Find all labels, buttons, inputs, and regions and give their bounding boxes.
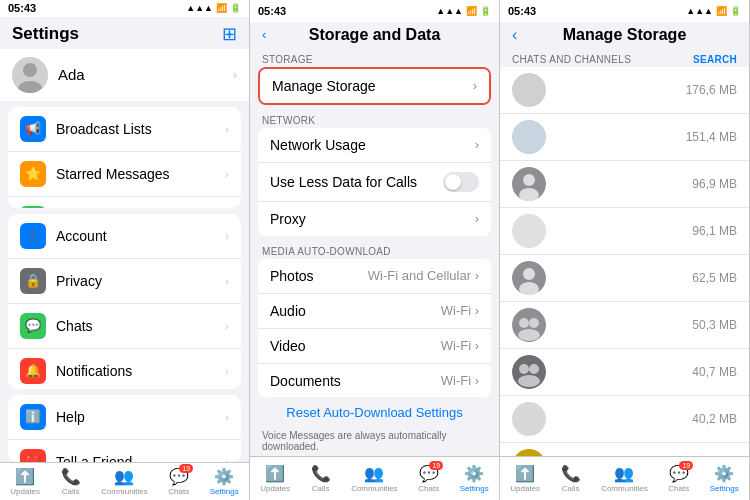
storage-size-4: 96,1 MB [692,224,737,238]
nav-settings-1[interactable]: ⚙️ Settings [210,467,239,496]
network-usage-label: Network Usage [270,137,467,153]
wifi-icon: 📶 [216,3,227,13]
profile-chevron: › [233,68,237,82]
nav-calls-2[interactable]: 📞 Calls [311,464,331,493]
proxy-item[interactable]: Proxy › [258,202,491,236]
privacy-item[interactable]: 🔒 Privacy › [8,259,241,304]
storage-item-4[interactable]: 96,1 MB [500,208,749,255]
storage-item-6[interactable]: 50,3 MB [500,302,749,349]
storage-avatar-5 [512,261,546,295]
svg-point-14 [529,318,539,328]
tell-friend-icon: ❤️ [20,449,46,462]
svg-point-4 [512,120,546,154]
chats-channels-section: CHATS AND CHANNELS SEARCH [500,50,749,67]
nav-communities-1[interactable]: 👥 Communities [101,467,148,496]
nav-calls-3[interactable]: 📞 Calls [561,464,581,493]
manage-storage-title: Manage Storage [563,26,687,44]
signal-icon-3: ▲▲▲ [686,6,713,16]
communities-icon: 👥 [114,467,134,486]
svg-point-19 [518,375,540,387]
storage-size-3: 96,9 MB [692,177,737,191]
settings-tab-label: Settings [210,487,239,496]
settings-title: Settings [12,24,79,44]
reset-link[interactable]: Reset Auto-Download Settings [250,397,499,428]
status-bar-3: 05:43 ▲▲▲ 📶 🔋 [500,0,749,22]
chats-channels-label: CHATS AND CHANNELS [512,54,631,65]
manage-storage-item[interactable]: Manage Storage › [260,69,489,103]
documents-value: Wi-Fi › [441,373,479,388]
photos-item[interactable]: Photos Wi-Fi and Cellular › [258,259,491,294]
qr-icon[interactable]: ⊞ [222,23,237,45]
svg-point-3 [512,73,546,107]
bottom-nav-1: ⬆️ Updates 📞 Calls 👥 Communities 💬 Chats… [0,462,249,500]
nav-updates-2[interactable]: ⬆️ Updates [260,464,290,493]
nav-updates-1[interactable]: ⬆️ Updates [10,467,40,496]
documents-item[interactable]: Documents Wi-Fi › [258,364,491,398]
profile-row[interactable]: Ada › [0,49,249,101]
storage-avatar-8 [512,402,546,436]
less-data-item[interactable]: Use Less Data for Calls [258,163,491,202]
linked-devices-item[interactable]: 📱 Linked Devices › [8,197,241,208]
nav-updates-3[interactable]: ⬆️ Updates [510,464,540,493]
nav-chats-2[interactable]: 💬 Chats 19 [418,464,439,493]
video-item[interactable]: Video Wi-Fi › [258,329,491,364]
storage-item-7[interactable]: 40,7 MB [500,349,749,396]
account-item[interactable]: 👤 Account › [8,214,241,259]
search-button[interactable]: SEARCH [693,54,737,65]
nav-communities-2[interactable]: 👥 Communities [351,464,398,493]
status-icons-1: ▲▲▲ 📶 🔋 [186,3,241,13]
storage-size-7: 40,7 MB [692,365,737,379]
tell-friend-item[interactable]: ❤️ Tell a Friend › [8,440,241,462]
status-icons-3: ▲▲▲ 📶 🔋 [686,6,741,16]
storage-item-9[interactable]: 38,4 MB [500,443,749,456]
chats-tab-label: Chats [168,487,189,496]
nav-chats-1[interactable]: 💬 Chats 19 [168,467,189,496]
svg-point-6 [523,174,535,186]
documents-label: Documents [270,373,433,389]
chats-badge-2: 19 [429,461,443,470]
storage-item-5[interactable]: 62,5 MB [500,255,749,302]
proxy-chevron: › [475,211,479,226]
nav-settings-2[interactable]: ⚙️ Settings [460,464,489,493]
storage-avatar-2 [512,120,546,154]
avatar [12,57,48,93]
broadcast-lists-item[interactable]: 📢 Broadcast Lists › [8,107,241,152]
nav-communities-3[interactable]: 👥 Communities [601,464,648,493]
storage-avatar-3 [512,167,546,201]
nav-calls-1[interactable]: 📞 Calls [61,467,81,496]
signal-icon-2: ▲▲▲ [436,6,463,16]
audio-label: Audio [270,303,433,319]
nav-settings-3[interactable]: ⚙️ Settings [710,464,739,493]
help-item[interactable]: ℹ️ Help › [8,395,241,440]
back-button-3[interactable]: ‹ [512,26,517,44]
manage-storage-nav-header: ‹ Manage Storage [500,22,749,50]
storage-item-3[interactable]: 96,9 MB [500,161,749,208]
battery-icon-2: 🔋 [480,6,491,16]
calls-icon: 📞 [61,467,81,486]
chats-item[interactable]: 💬 Chats › [8,304,241,349]
storage-item-8[interactable]: 40,2 MB [500,396,749,443]
manage-storage-panel: 05:43 ▲▲▲ 📶 🔋 ‹ Manage Storage CHATS AND… [500,0,750,500]
network-usage-item[interactable]: Network Usage › [258,128,491,163]
storage-item-1[interactable]: 176,6 MB [500,67,749,114]
notifications-item[interactable]: 🔔 Notifications › [8,349,241,389]
chats-badge: 19 [179,464,193,473]
svg-point-15 [518,329,540,341]
chats-icon: 💬 [20,313,46,339]
storage-data-nav-header: ‹ Storage and Data [250,22,499,50]
storage-size-8: 40,2 MB [692,412,737,426]
less-data-toggle[interactable] [443,172,479,192]
broadcast-label: Broadcast Lists [56,121,215,137]
nav-chats-3[interactable]: 💬 Chats 19 [668,464,689,493]
starred-label: Starred Messages [56,166,215,182]
starred-messages-item[interactable]: ⭐ Starred Messages › [8,152,241,197]
less-data-label: Use Less Data for Calls [270,174,435,190]
storage-size-1: 176,6 MB [686,83,737,97]
privacy-label: Privacy [56,273,215,289]
svg-point-20 [512,402,546,436]
storage-item-2[interactable]: 151,4 MB [500,114,749,161]
storage-avatar-7 [512,355,546,389]
back-button-2[interactable]: ‹ [262,27,266,42]
audio-item[interactable]: Audio Wi-Fi › [258,294,491,329]
note-text: Voice Messages are always automatically … [250,428,499,456]
